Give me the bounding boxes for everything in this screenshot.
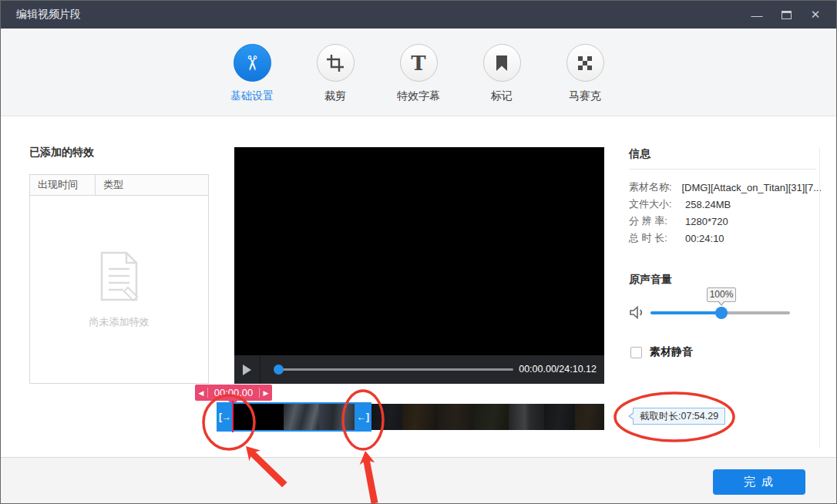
info-rows: 素材名称: [DMG][Attack_on_Titan][31][7... 文件… — [629, 179, 822, 247]
empty-state-text: 尚未添加特效 — [89, 315, 150, 329]
volume-thumb[interactable] — [715, 307, 728, 319]
thumbnail — [319, 404, 355, 430]
thumbnail — [234, 404, 284, 430]
thumbnail — [509, 404, 544, 430]
info-label: 分 辨 率: — [629, 214, 685, 228]
volume-title: 原声音量 — [629, 273, 672, 287]
tab-label: 马赛克 — [569, 89, 601, 103]
tab-label: 裁剪 — [324, 89, 346, 103]
info-label: 文件大小: — [629, 197, 685, 211]
panel-separator — [819, 147, 820, 448]
info-panel-title: 信息 — [629, 147, 650, 161]
window-title: 编辑视频片段 — [16, 8, 81, 22]
minimize-button[interactable]: — — [742, 1, 771, 29]
effects-empty-state: 尚未添加特效 — [30, 196, 208, 383]
info-label: 总 时 长: — [629, 231, 685, 245]
close-button[interactable]: ✕ — [801, 1, 830, 29]
crop-icon — [317, 44, 355, 82]
timeline-thumbnails[interactable] — [371, 404, 604, 430]
info-value: 00:24:10 — [685, 233, 724, 244]
info-value: [DMG][Attack_on_Titan][31][7... — [681, 182, 822, 193]
document-icon — [96, 250, 143, 304]
volume-tooltip: 100% — [707, 287, 736, 302]
info-value: 1280*720 — [685, 216, 728, 227]
selected-thumbnails — [234, 404, 355, 430]
mute-label: 素材静音 — [650, 345, 693, 359]
tab-label: 基础设置 — [230, 89, 274, 103]
clip-duration-bubble: 截取时长:07:54.29 — [633, 408, 725, 425]
mute-checkbox[interactable] — [630, 347, 642, 358]
bubble-pointer — [630, 413, 634, 419]
divider — [629, 169, 816, 170]
play-icon — [243, 365, 251, 375]
speaker-icon — [630, 306, 645, 319]
thumbnail — [371, 404, 402, 430]
maximize-icon — [782, 11, 792, 19]
thumbnail — [438, 404, 473, 430]
info-label: 素材名称: — [629, 180, 681, 194]
edit-clip-dialog: 编辑视频片段 — ✕ ✂ 基础设置 裁剪 T 特效字幕 — [0, 0, 837, 504]
window-titlebar: 编辑视频片段 — ✕ — [1, 1, 836, 29]
thumbnail — [284, 404, 319, 430]
tab-crop[interactable]: 裁剪 — [294, 44, 377, 103]
tab-basic-settings[interactable]: ✂ 基础设置 — [210, 44, 294, 103]
timeline-playhead[interactable] — [232, 401, 234, 432]
trim-right-handle[interactable]: ←] — [355, 402, 371, 432]
timeline-selection[interactable]: [→ ←] — [217, 402, 371, 432]
clip-duration-text: 截取时长:07:54.29 — [640, 411, 718, 422]
player-controls: 00:00.00/24:10.12 — [234, 355, 604, 384]
tab-subtitle-effects[interactable]: T 特效字幕 — [377, 44, 460, 103]
tooltip-pointer — [718, 301, 724, 304]
info-row: 总 时 长: 00:24:10 — [629, 230, 822, 247]
time-display: 00:00.00/24:10.12 — [519, 355, 597, 384]
thumbnail — [544, 404, 575, 430]
mosaic-icon — [566, 44, 604, 82]
maximize-button[interactable] — [771, 1, 801, 29]
tab-mark[interactable]: 标记 — [460, 44, 543, 103]
effects-panel-title: 已添加的特效 — [29, 146, 94, 160]
info-value: 258.24MB — [685, 199, 731, 210]
play-button[interactable] — [234, 355, 261, 384]
scissors-icon: ✂ — [234, 44, 271, 82]
effects-table-header: 出现时间 类型 — [30, 175, 208, 196]
thumbnail — [473, 404, 509, 430]
trim-time-label[interactable]: ◀ 00:00.00 ▶ — [195, 385, 272, 401]
tab-mosaic[interactable]: 马赛克 — [543, 44, 627, 103]
trim-left-handle[interactable]: [→ — [217, 402, 234, 432]
playback-progress-bar[interactable] — [274, 368, 513, 371]
info-row: 素材名称: [DMG][Attack_on_Titan][31][7... — [629, 179, 822, 196]
video-preview[interactable]: 00:00.00/24:10.12 — [234, 147, 604, 384]
tab-label: 标记 — [491, 89, 513, 103]
playback-thumb[interactable] — [274, 365, 284, 375]
tab-label: 特效字幕 — [397, 89, 440, 103]
column-header-time: 出现时间 — [30, 175, 96, 195]
footer-bar: 完 成 — [1, 457, 836, 504]
effects-table: 出现时间 类型 尚未添加特效 — [29, 174, 209, 384]
volume-fill — [650, 311, 721, 314]
volume-slider[interactable] — [650, 311, 790, 314]
step-forward-icon[interactable]: ▶ — [260, 389, 272, 397]
thumbnail — [575, 404, 604, 430]
trim-start-time: 00:00.00 — [208, 387, 259, 398]
bookmark-icon — [483, 44, 521, 82]
done-button[interactable]: 完 成 — [713, 469, 805, 495]
mute-row: 素材静音 — [630, 345, 693, 359]
text-tool-icon: T — [400, 44, 438, 82]
step-back-icon[interactable]: ◀ — [195, 389, 207, 397]
info-row: 分 辨 率: 1280*720 — [629, 213, 822, 230]
window-controls: — ✕ — [742, 1, 830, 29]
thumbnail — [402, 404, 438, 430]
toolbar: ✂ 基础设置 裁剪 T 特效字幕 标记 — [1, 29, 836, 116]
info-row: 文件大小: 258.24MB — [629, 196, 822, 213]
column-header-type: 类型 — [96, 175, 123, 195]
